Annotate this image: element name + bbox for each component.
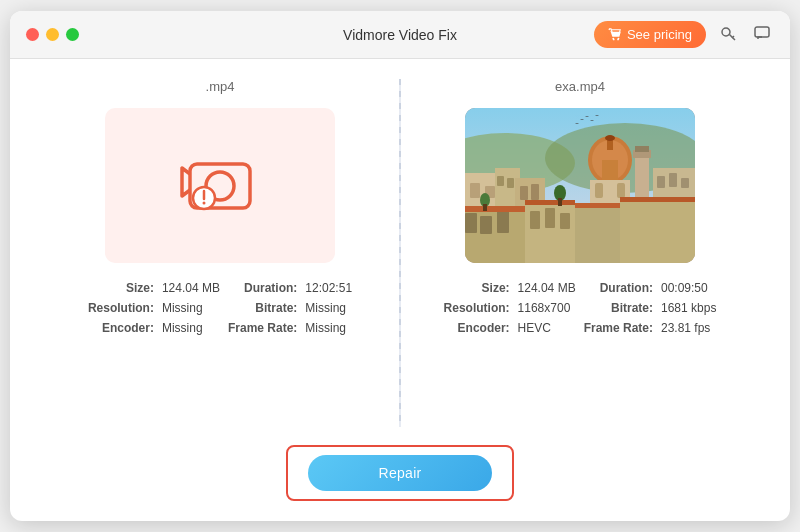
panels-divider xyxy=(400,79,401,427)
svg-rect-29 xyxy=(497,176,504,186)
svg-rect-51 xyxy=(620,197,695,202)
titlebar-actions: See pricing xyxy=(594,21,774,49)
key-button[interactable] xyxy=(716,21,740,49)
app-title: Vidmore Video Fix xyxy=(343,27,457,43)
chat-button[interactable] xyxy=(750,21,774,49)
app-window: Vidmore Video Fix See pricing xyxy=(10,11,790,521)
left-resolution-label: Resolution: xyxy=(88,301,154,315)
titlebar: Vidmore Video Fix See pricing xyxy=(10,11,790,59)
right-bitrate-label: Bitrate: xyxy=(584,301,653,315)
svg-point-1 xyxy=(617,38,619,40)
svg-rect-46 xyxy=(575,206,620,263)
left-bitrate-value: Missing xyxy=(305,301,352,315)
svg-rect-35 xyxy=(657,176,665,188)
right-framerate-value: 23.81 fps xyxy=(661,321,716,335)
reference-video-thumbnail xyxy=(465,108,695,263)
svg-rect-45 xyxy=(560,213,570,229)
maximize-dot[interactable] xyxy=(66,28,79,41)
svg-rect-43 xyxy=(530,211,540,229)
left-bitrate-label: Bitrate: xyxy=(228,301,297,315)
window-controls xyxy=(26,28,79,41)
left-size-label: Size: xyxy=(88,281,154,295)
left-duration-value: 12:02:51 xyxy=(305,281,352,295)
svg-point-10 xyxy=(203,201,206,204)
see-pricing-label: See pricing xyxy=(627,27,692,42)
left-framerate-value: Missing xyxy=(305,321,352,335)
svg-rect-39 xyxy=(465,213,477,233)
broken-video-placeholder xyxy=(105,108,335,263)
svg-rect-36 xyxy=(669,173,677,187)
right-meta-grid: Size: 124.04 MB Duration: 00:09:50 Resol… xyxy=(430,281,730,335)
right-duration-value: 00:09:50 xyxy=(661,281,716,295)
svg-rect-20 xyxy=(595,183,603,198)
right-duration-label: Duration: xyxy=(584,281,653,295)
svg-rect-40 xyxy=(480,216,492,234)
svg-rect-33 xyxy=(531,184,539,200)
right-resolution-value: 1168x700 xyxy=(518,301,576,315)
svg-rect-21 xyxy=(617,183,625,198)
left-panel-title: .mp4 xyxy=(206,79,235,94)
right-size-label: Size: xyxy=(444,281,510,295)
repair-button[interactable]: Repair xyxy=(308,455,491,491)
svg-rect-30 xyxy=(507,178,514,188)
repair-button-container: Repair xyxy=(286,445,513,501)
right-framerate-label: Frame Rate: xyxy=(584,321,653,335)
thumbnail-image xyxy=(465,108,695,263)
svg-point-18 xyxy=(605,135,615,141)
cart-icon xyxy=(608,28,622,42)
right-encoder-value: HEVC xyxy=(518,321,576,335)
right-bitrate-value: 1681 kbps xyxy=(661,301,716,315)
svg-rect-26 xyxy=(470,183,480,198)
svg-rect-41 xyxy=(497,211,509,233)
left-panel: .mp4 xyxy=(50,79,400,427)
svg-rect-24 xyxy=(635,146,649,152)
svg-rect-5 xyxy=(755,27,769,37)
left-encoder-label: Encoder: xyxy=(88,321,154,335)
svg-rect-53 xyxy=(558,198,562,206)
minimize-dot[interactable] xyxy=(46,28,59,41)
svg-rect-37 xyxy=(681,178,689,188)
svg-rect-47 xyxy=(620,200,695,263)
broken-video-icon xyxy=(170,146,270,226)
close-dot[interactable] xyxy=(26,28,39,41)
left-resolution-value: Missing xyxy=(162,301,220,315)
right-encoder-label: Encoder: xyxy=(444,321,510,335)
svg-rect-49 xyxy=(525,200,575,205)
svg-rect-48 xyxy=(465,206,525,212)
svg-rect-32 xyxy=(520,186,528,200)
svg-rect-44 xyxy=(545,208,555,228)
left-framerate-label: Frame Rate: xyxy=(228,321,297,335)
left-duration-label: Duration: xyxy=(228,281,297,295)
left-encoder-value: Missing xyxy=(162,321,220,335)
right-resolution-label: Resolution: xyxy=(444,301,510,315)
svg-point-2 xyxy=(722,28,730,36)
svg-rect-50 xyxy=(575,203,620,208)
see-pricing-button[interactable]: See pricing xyxy=(594,21,706,48)
left-meta-grid: Size: 124.04 MB Duration: 12:02:51 Resol… xyxy=(70,281,370,335)
right-panel-title: exa.mp4 xyxy=(555,79,605,94)
right-size-value: 124.04 MB xyxy=(518,281,576,295)
left-size-value: 124.04 MB xyxy=(162,281,220,295)
svg-point-0 xyxy=(613,38,615,40)
panels-container: .mp4 xyxy=(50,79,750,427)
right-panel: exa.mp4 xyxy=(400,79,750,427)
main-content: .mp4 xyxy=(10,59,790,521)
svg-rect-55 xyxy=(483,204,487,211)
